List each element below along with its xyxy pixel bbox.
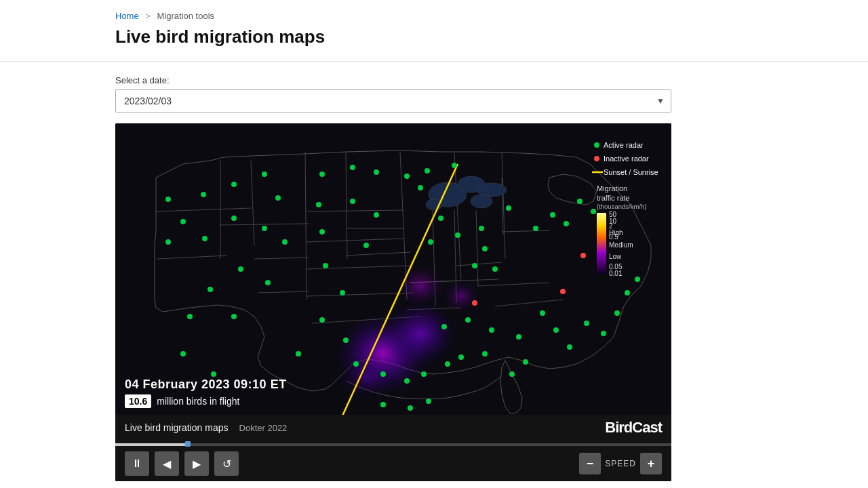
breadcrumb: Home > Migration tools <box>115 11 753 21</box>
svg-point-101 <box>577 199 583 204</box>
progress-bar-track[interactable] <box>115 443 671 446</box>
svg-point-93 <box>584 321 589 326</box>
svg-point-78 <box>428 239 433 245</box>
progress-bar-thumb[interactable] <box>185 441 191 447</box>
svg-point-100 <box>564 221 569 226</box>
speed-group: − SPEED + <box>579 453 662 474</box>
svg-point-59 <box>211 371 216 377</box>
prev-button[interactable]: ◀ <box>155 451 179 476</box>
next-icon: ▶ <box>193 458 201 470</box>
svg-point-34 <box>471 195 492 208</box>
svg-point-47 <box>231 182 237 187</box>
svg-point-118 <box>594 142 599 148</box>
svg-text:Active radar: Active radar <box>604 141 644 149</box>
svg-point-56 <box>208 287 213 292</box>
svg-point-63 <box>316 202 321 207</box>
birdcast-logo-bird: Bird <box>605 419 632 436</box>
svg-point-67 <box>363 243 369 248</box>
svg-text:0.01: 0.01 <box>609 270 623 277</box>
svg-point-43 <box>180 219 186 224</box>
map-overlay-info: 04 February 2023 09:10 ET 10.6 million b… <box>125 378 287 408</box>
svg-point-110 <box>408 405 413 411</box>
svg-text:Inactive radar: Inactive radar <box>604 155 649 163</box>
reset-icon: ↺ <box>222 458 231 470</box>
svg-point-37 <box>383 300 458 367</box>
reset-button[interactable]: ↺ <box>214 451 239 476</box>
svg-point-81 <box>482 246 488 251</box>
svg-point-86 <box>489 327 494 333</box>
svg-point-83 <box>492 266 498 272</box>
birds-label: million birds in flight <box>157 396 239 407</box>
attribution-bar: Live bird migration maps Dokter 2022 Bir… <box>115 415 671 441</box>
svg-point-71 <box>343 338 349 343</box>
svg-point-77 <box>438 216 443 221</box>
svg-point-88 <box>482 351 488 357</box>
next-button[interactable]: ▶ <box>184 451 209 476</box>
date-select-label: Select a date: <box>115 75 753 85</box>
prev-icon: ◀ <box>163 458 171 470</box>
svg-point-116 <box>472 300 477 306</box>
svg-rect-127 <box>597 213 606 274</box>
svg-point-76 <box>418 185 423 190</box>
svg-point-99 <box>550 212 555 218</box>
minus-icon: − <box>587 457 594 471</box>
birds-count: 10.6 <box>125 394 151 408</box>
svg-text:Migration: Migration <box>597 184 627 192</box>
speed-minus-button[interactable]: − <box>579 453 601 474</box>
svg-point-82 <box>472 263 477 268</box>
svg-point-49 <box>275 195 281 201</box>
svg-point-104 <box>353 361 359 367</box>
svg-point-103 <box>506 205 511 211</box>
breadcrumb-current: Migration tools <box>157 11 215 21</box>
controls-bar: ⏸ ◀ ▶ ↺ − SPEED + <box>115 446 671 481</box>
svg-text:Low: Low <box>609 253 622 260</box>
svg-text:Sunset / Sunrise: Sunset / Sunrise <box>604 168 658 176</box>
svg-point-38 <box>397 266 444 306</box>
svg-point-113 <box>523 359 528 365</box>
svg-point-61 <box>350 165 355 170</box>
svg-text:0.5: 0.5 <box>609 233 618 241</box>
breadcrumb-home[interactable]: Home <box>115 11 139 21</box>
svg-point-52 <box>282 239 288 245</box>
breadcrumb-separator: > <box>145 11 151 21</box>
pause-icon: ⏸ <box>132 458 142 470</box>
svg-point-48 <box>262 171 267 177</box>
svg-point-75 <box>452 163 457 168</box>
svg-point-57 <box>187 314 193 319</box>
svg-point-72 <box>296 351 301 357</box>
svg-point-89 <box>516 334 521 340</box>
svg-point-94 <box>601 331 606 336</box>
svg-point-92 <box>567 344 572 350</box>
speed-plus-button[interactable]: + <box>640 453 662 474</box>
svg-point-55 <box>231 314 237 319</box>
svg-point-96 <box>625 290 630 296</box>
svg-point-80 <box>479 226 484 231</box>
svg-point-65 <box>374 212 379 218</box>
svg-point-87 <box>458 354 464 360</box>
pause-button[interactable]: ⏸ <box>125 451 149 476</box>
progress-bar-wrapper[interactable] <box>115 441 671 446</box>
map-attr-title: Live bird migration maps <box>125 422 229 433</box>
attr-left: Live bird migration maps Dokter 2022 <box>125 422 287 433</box>
svg-point-70 <box>319 317 325 323</box>
svg-point-91 <box>553 327 559 333</box>
svg-point-69 <box>340 290 345 296</box>
svg-point-50 <box>231 216 237 221</box>
date-select[interactable]: 2023/02/03 2023/02/02 2023/02/01 <box>115 89 671 113</box>
svg-point-85 <box>465 317 471 323</box>
svg-point-109 <box>380 402 386 407</box>
svg-point-60 <box>319 171 325 177</box>
svg-point-64 <box>350 199 355 204</box>
svg-point-68 <box>323 263 328 268</box>
svg-text:Medium: Medium <box>609 241 633 249</box>
progress-bar-fill <box>115 443 188 446</box>
svg-point-42 <box>165 197 171 202</box>
svg-point-53 <box>238 266 243 272</box>
svg-point-46 <box>202 236 208 241</box>
birdcast-logo-cast: Cast <box>632 419 662 436</box>
svg-point-108 <box>445 361 450 367</box>
svg-point-98 <box>533 226 538 231</box>
svg-text:2: 2 <box>609 222 613 230</box>
map-canvas: Active radar Inactive radar Sunset / Sun… <box>115 123 671 415</box>
svg-point-39 <box>442 279 480 313</box>
